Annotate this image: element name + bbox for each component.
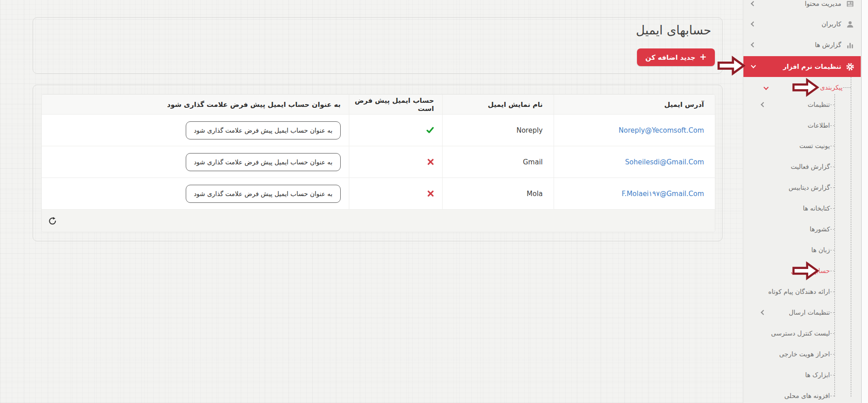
- sidebar-item-users[interactable]: کاربران: [743, 14, 861, 34]
- add-new-button-label: جدید اضافه کن: [645, 53, 695, 62]
- display-name: Mola: [527, 190, 543, 198]
- sidebar-item-content-management[interactable]: مدیریت محتوا: [743, 0, 861, 14]
- x-icon: [427, 190, 434, 197]
- sidebar-item-label: کتابخانه ها: [803, 205, 830, 212]
- sidebar-item-unit-test[interactable]: یونیت تست: [799, 139, 830, 153]
- sidebar-item-widgets[interactable]: ابزارک ها: [805, 368, 830, 382]
- screen: حسابهای ایمیل + جدید اضافه کن آدرس ایمیل…: [0, 0, 868, 403]
- sidebar-item-access-control-list[interactable]: لیست کنترل دسترسی: [771, 326, 830, 340]
- tree-line: [834, 94, 835, 397]
- tree-connector: [830, 271, 834, 271]
- sidebar-item-label: یونیت تست: [799, 142, 830, 149]
- chevron-down-icon: [751, 63, 756, 68]
- tree-connector: [830, 125, 834, 126]
- tree-connector: [830, 292, 834, 292]
- chevron-left-icon: [761, 102, 766, 107]
- sidebar-item-label: تنظیمات نرم افزار: [783, 63, 841, 70]
- sidebar-item-countries[interactable]: کشورها: [810, 222, 830, 236]
- chevron-left-icon: [751, 1, 756, 6]
- email-address-link[interactable]: Soheilesdi@Gmail.Com: [625, 158, 704, 166]
- sidebar-item-libraries[interactable]: کتابخانه ها: [803, 202, 830, 215]
- annotation-arrow-software-settings: [717, 56, 745, 76]
- user-icon: [845, 19, 854, 29]
- sidebar-item-configuration[interactable]: پیکربندی: [820, 81, 843, 94]
- check-icon: [426, 126, 434, 134]
- tree-connector: [830, 229, 834, 230]
- tree-connector: [843, 87, 851, 88]
- sidebar-item-software-settings[interactable]: تنظیمات نرم افزار: [743, 56, 861, 77]
- tree-connector: [830, 333, 834, 334]
- email-address-link[interactable]: F.Molaei۱۹۷@Gmail.Com: [622, 190, 704, 198]
- chevron-left-icon: [751, 42, 756, 47]
- table-row: Noreply@Yecomsoft.Com Noreply به عنوان ح…: [42, 114, 715, 146]
- sidebar-item-label: گزارش دیتابیس: [789, 184, 830, 191]
- sidebar-item-label: کاربران: [822, 20, 841, 28]
- display-name: Gmail: [523, 158, 543, 166]
- tree-line: [851, 77, 851, 397]
- sidebar-item-local-plugins[interactable]: افزونه های محلی: [784, 389, 830, 403]
- page-title: حسابهای ایمیل: [636, 23, 711, 37]
- add-new-button[interactable]: + جدید اضافه کن: [637, 48, 715, 66]
- sidebar-item-settings[interactable]: تنظیمات: [808, 98, 830, 111]
- tree-connector: [830, 187, 834, 188]
- newspaper-icon: [845, 0, 854, 8]
- sidebar-item-send-settings[interactable]: تنظیمات ارسال: [789, 306, 830, 319]
- refresh-icon[interactable]: [48, 216, 58, 226]
- table-row: F.Molaei۱۹۷@Gmail.Com Mola به عنوان حساب…: [42, 178, 715, 209]
- column-header-display-name: نام نمایش ایمیل: [442, 95, 554, 114]
- sidebar-item-label: احراز هویت خارجی: [779, 350, 830, 358]
- sidebar-item-external-authentication[interactable]: احراز هویت خارجی: [779, 347, 830, 361]
- table-row: Soheilesdi@Gmail.Com Gmail به عنوان حساب…: [42, 146, 715, 178]
- plus-icon: +: [699, 53, 707, 61]
- sidebar-item-database-report[interactable]: گزارش دیتابیس: [789, 181, 830, 194]
- x-icon: [427, 158, 434, 165]
- sidebar-item-sms-providers[interactable]: ارائه دهندگان پیام کوتاه: [768, 285, 830, 298]
- sidebar-item-label: ابزارک ها: [805, 371, 830, 379]
- chevron-left-icon: [761, 310, 766, 315]
- chevron-left-icon: [751, 21, 756, 26]
- bar-chart-icon: [845, 40, 854, 49]
- sidebar-scrollbar[interactable]: [861, 0, 868, 403]
- tree-connector: [830, 167, 834, 167]
- column-header-email-address: آدرس ایمیل: [554, 95, 715, 114]
- tree-connector: [830, 396, 834, 396]
- table-footer: [42, 209, 715, 232]
- sidebar-item-label: کشورها: [810, 225, 830, 233]
- sidebar-item-activity-report[interactable]: گزارش فعالیت: [791, 160, 830, 173]
- annotation-arrow-configuration: [792, 78, 819, 97]
- tree-connector: [830, 375, 834, 375]
- sidebar-item-label: پیکربندی: [820, 84, 843, 91]
- page-header-card: حسابهای ایمیل + جدید اضافه کن: [33, 17, 723, 74]
- chevron-down-icon: [763, 85, 768, 90]
- annotation-arrow-email-accounts: [792, 261, 819, 280]
- column-header-mark-as-default: به عنوان حساب ایمیل پیش فرض علامت گذاری …: [42, 95, 349, 114]
- email-accounts-card: آدرس ایمیل نام نمایش ایمیل حساب ایمیل پی…: [33, 85, 723, 241]
- mark-as-default-button[interactable]: به عنوان حساب ایمیل پیش فرض علامت گذاری …: [186, 153, 341, 171]
- column-header-is-default: حساب ایمیل پیش فرض است: [349, 95, 442, 114]
- sidebar-item-label: زبان ها: [811, 246, 830, 254]
- sidebar-item-label: گزارش ها: [815, 41, 841, 48]
- sidebar-item-label: گزارش فعالیت: [791, 163, 830, 170]
- sidebar-item-label: تنظیمات: [808, 101, 830, 108]
- tree-connector: [830, 250, 834, 250]
- sidebar: مدیریت محتوا کاربران گزارش ها تنظیمات: [743, 0, 868, 403]
- tree-connector: [830, 146, 834, 146]
- sidebar-item-languages[interactable]: زبان ها: [811, 243, 830, 257]
- sidebar-item-label: افزونه های محلی: [784, 392, 830, 399]
- email-accounts-table: آدرس ایمیل نام نمایش ایمیل حساب ایمیل پی…: [41, 94, 715, 232]
- email-address-link[interactable]: Noreply@Yecomsoft.Com: [619, 126, 704, 134]
- tree-connector: [830, 354, 834, 355]
- mark-as-default-button[interactable]: به عنوان حساب ایمیل پیش فرض علامت گذاری …: [186, 185, 341, 203]
- sidebar-item-reports[interactable]: گزارش ها: [743, 34, 861, 55]
- tree-connector: [830, 105, 834, 105]
- sidebar-item-label: تنظیمات ارسال: [789, 309, 830, 316]
- sidebar-item-label: لیست کنترل دسترسی: [771, 330, 830, 337]
- tree-connector: [830, 208, 834, 209]
- sidebar-item-label: مدیریت محتوا: [805, 0, 841, 7]
- mark-as-default-button[interactable]: به عنوان حساب ایمیل پیش فرض علامت گذاری …: [186, 121, 341, 139]
- gear-icon: [845, 62, 854, 71]
- sidebar-item-information[interactable]: اطلاعات: [808, 119, 830, 132]
- sidebar-item-label: اطلاعات: [808, 122, 830, 129]
- table-header-row: آدرس ایمیل نام نمایش ایمیل حساب ایمیل پی…: [42, 95, 715, 114]
- tree-connector: [830, 312, 834, 313]
